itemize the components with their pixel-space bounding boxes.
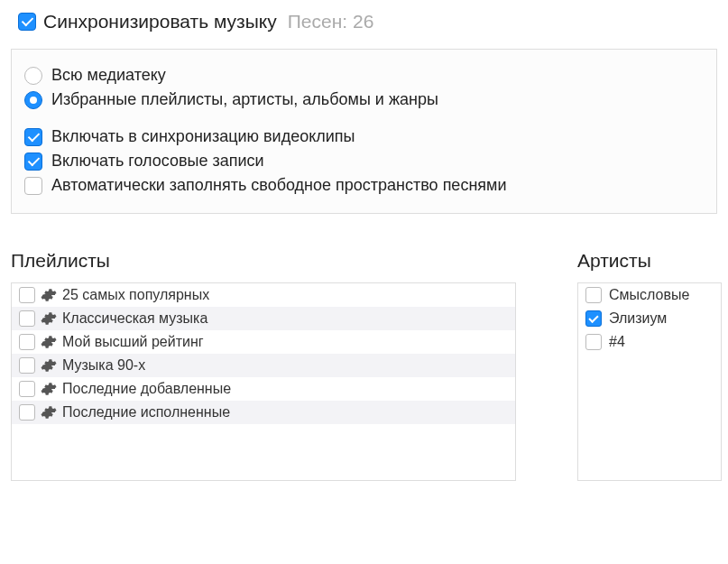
radio-row-all[interactable]: Всю медиатеку [24, 66, 704, 85]
autofill-checkbox[interactable] [24, 177, 42, 195]
artists-column: Артисты Смысловые Элизиум #4 [577, 250, 722, 481]
playlists-column: Плейлисты 25 самых популярных Классическ… [11, 250, 516, 481]
include-videos-label: Включать в синхронизацию видеоклипы [51, 127, 355, 146]
sync-options-panel: Всю медиатеку Избранные плейлисты, артис… [11, 49, 717, 214]
radio-row-selected[interactable]: Избранные плейлисты, артисты, альбомы и … [24, 90, 704, 109]
sync-music-checkbox[interactable] [18, 13, 36, 31]
playlist-checkbox[interactable] [19, 404, 35, 421]
sync-header: Синхронизировать музыку Песен: 26 [18, 11, 721, 32]
gear-icon [41, 287, 57, 303]
include-videos-row[interactable]: Включать в синхронизацию видеоклипы [24, 127, 704, 146]
playlist-label: Классическая музыка [62, 310, 207, 327]
sync-music-label: Синхронизировать музыку [43, 11, 277, 32]
artist-label: Смысловые [609, 287, 689, 303]
playlist-row[interactable]: Последние исполненные [12, 401, 515, 424]
artists-title: Артисты [577, 250, 722, 272]
radio-entire-library-label: Всю медиатеку [51, 66, 166, 85]
playlist-label: Музыка 90-х [62, 357, 145, 374]
artist-label: #4 [609, 334, 625, 350]
playlist-row[interactable]: Мой высший рейтинг [12, 330, 515, 354]
radio-entire-library[interactable] [24, 67, 42, 85]
playlist-row[interactable]: Музыка 90-х [12, 354, 515, 377]
playlist-checkbox[interactable] [19, 357, 35, 374]
autofill-row[interactable]: Автоматически заполнять свободное простр… [24, 176, 704, 195]
artist-row[interactable]: Смысловые [578, 283, 721, 307]
playlist-checkbox[interactable] [19, 334, 35, 350]
playlist-label: Последние исполненные [62, 404, 230, 421]
playlist-checkbox[interactable] [19, 287, 35, 303]
playlist-checkbox[interactable] [19, 310, 35, 327]
playlist-label: Мой высший рейтинг [62, 334, 204, 350]
song-count: Песен: 26 [288, 11, 374, 32]
playlist-row[interactable]: 25 самых популярных [12, 283, 515, 307]
playlist-row[interactable]: Последние добавленные [12, 377, 515, 401]
playlist-label: Последние добавленные [62, 381, 231, 397]
gear-icon [41, 381, 57, 397]
playlist-label: 25 самых популярных [62, 287, 209, 303]
gear-icon [41, 334, 57, 350]
artists-list: Смысловые Элизиум #4 [577, 282, 722, 481]
include-videos-checkbox[interactable] [24, 128, 42, 146]
artist-row[interactable]: #4 [578, 330, 721, 354]
artist-checkbox[interactable] [585, 310, 602, 327]
playlists-title: Плейлисты [11, 250, 516, 272]
artist-label: Элизиум [609, 310, 667, 327]
gear-icon [41, 357, 57, 374]
include-voice-checkbox[interactable] [24, 153, 42, 171]
playlist-row[interactable]: Классическая музыка [12, 307, 515, 330]
include-voice-row[interactable]: Включать голосовые записи [24, 152, 704, 171]
playlist-checkbox[interactable] [19, 381, 35, 397]
artist-checkbox[interactable] [585, 334, 602, 350]
autofill-label: Автоматически заполнять свободное простр… [51, 176, 507, 195]
columns: Плейлисты 25 самых популярных Классическ… [7, 250, 721, 481]
playlists-list: 25 самых популярных Классическая музыка … [11, 282, 516, 481]
radio-selected-items-label: Избранные плейлисты, артисты, альбомы и … [51, 90, 438, 109]
gear-icon [41, 310, 57, 327]
radio-selected-items[interactable] [24, 91, 42, 109]
artist-row[interactable]: Элизиум [578, 307, 721, 330]
artist-checkbox[interactable] [585, 287, 602, 303]
include-voice-label: Включать голосовые записи [51, 152, 264, 171]
gear-icon [41, 404, 57, 421]
